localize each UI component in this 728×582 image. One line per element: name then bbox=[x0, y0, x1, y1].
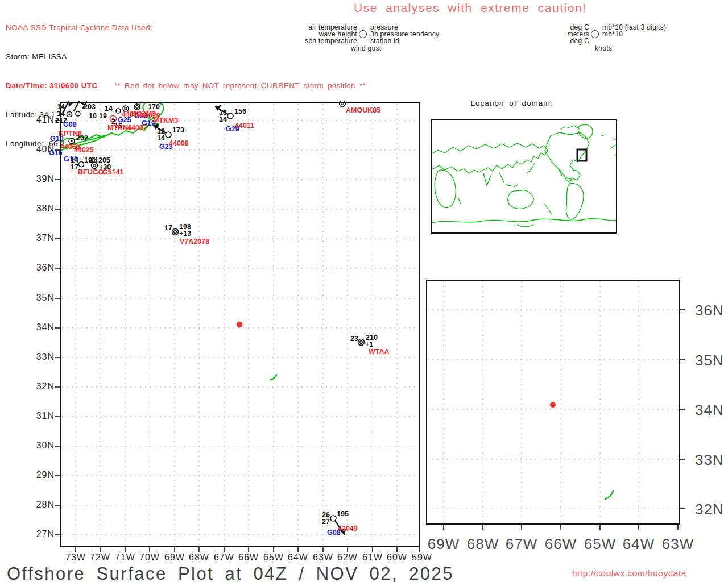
station-gust: G10 bbox=[50, 135, 64, 143]
cluster-station-id: 44097 bbox=[127, 124, 147, 132]
station-circle bbox=[116, 109, 121, 113]
units-circle-icon bbox=[591, 30, 599, 38]
lat-label: 34N bbox=[20, 322, 55, 332]
legend-mb10: mb*10 bbox=[602, 30, 623, 38]
world-coastlines bbox=[431, 124, 617, 226]
lon-label: 72W bbox=[88, 552, 113, 563]
lon-label: 60W bbox=[384, 552, 410, 563]
station-wtaa: 23 210 +1 WTAA bbox=[350, 334, 389, 356]
lat-label: 38N bbox=[20, 203, 55, 214]
station-id: AMOUK85 bbox=[346, 106, 380, 114]
station-pressure: 202 bbox=[76, 134, 88, 142]
station-sea-temp: 17 bbox=[71, 163, 78, 171]
station-circle bbox=[134, 104, 140, 110]
lat-label: 40N bbox=[20, 144, 55, 155]
station-circle bbox=[76, 111, 80, 116]
lat-label: 33N bbox=[20, 352, 55, 362]
cluster-value: 203 bbox=[84, 103, 96, 111]
lat-label: 37N bbox=[20, 233, 55, 243]
station-circle bbox=[330, 516, 336, 521]
source-url: http://coolwx.com/buoydata bbox=[572, 568, 686, 579]
lat-label: 39N bbox=[20, 174, 55, 184]
station-circle bbox=[358, 339, 365, 346]
legend-knots: knots bbox=[595, 44, 612, 52]
lat-label: 29N bbox=[20, 470, 55, 480]
station-id: G5141 bbox=[102, 168, 124, 176]
storm-name-line: Storm: MELISSA bbox=[6, 52, 152, 61]
station-air-temp: 17 bbox=[164, 224, 172, 232]
station-sea-temp: 27 bbox=[322, 518, 330, 526]
lon-label: 70W bbox=[137, 552, 162, 563]
cluster-value: 14 bbox=[105, 105, 113, 113]
station-pressure: 156 bbox=[234, 107, 246, 115]
lat-label: 30N bbox=[20, 440, 55, 451]
zoom-lat-label: 33N bbox=[695, 451, 724, 469]
station-circle-icon bbox=[359, 30, 367, 38]
station-circle bbox=[172, 229, 179, 235]
zoom-lat-label: 36N bbox=[695, 302, 724, 319]
lon-label: 66W bbox=[236, 552, 261, 563]
zoom-lat-label: 34N bbox=[695, 401, 724, 419]
world-domain-inset bbox=[431, 119, 617, 234]
lon-label: 62W bbox=[335, 552, 360, 563]
station-pressure: 173 bbox=[172, 126, 184, 134]
station-id: V7A2078 bbox=[180, 238, 209, 246]
station-air-temp: 14 bbox=[90, 156, 98, 164]
lon-label: 61W bbox=[360, 552, 385, 563]
zoom-lon-label: 68W bbox=[463, 535, 503, 553]
lat-label: 28N bbox=[20, 500, 55, 510]
axis-ticks bbox=[55, 120, 419, 552]
station-id: 44011 bbox=[235, 122, 254, 130]
zoom-lon-label: 67W bbox=[502, 535, 541, 553]
zoom-lon-label: 63W bbox=[658, 535, 698, 553]
lon-label: 64W bbox=[286, 552, 311, 563]
zoom-lat-label: 32N bbox=[695, 501, 724, 518]
world-inset-border bbox=[432, 119, 617, 233]
station-circle bbox=[228, 113, 233, 119]
zoom-axis-ticks bbox=[444, 310, 685, 530]
station-id: 44025 bbox=[74, 146, 94, 154]
station-id: BFUGO bbox=[78, 168, 104, 176]
zoom-domain-inset bbox=[426, 280, 693, 535]
station-id: 41049 bbox=[338, 525, 358, 533]
bermuda-island bbox=[271, 375, 276, 380]
main-map: 14 203 14 170 14 212 10 19 2 15 G08 G25 … bbox=[46, 101, 427, 556]
zoom-lon-label: 64W bbox=[619, 535, 659, 553]
station-44008: 12 173 14 G23 44008 bbox=[154, 123, 189, 151]
lat-label: 32N bbox=[20, 381, 55, 392]
station-id: WTAA bbox=[369, 348, 390, 356]
lon-label: 63W bbox=[311, 552, 336, 563]
cluster-value: 19 bbox=[99, 112, 107, 120]
bermuda-island bbox=[606, 491, 613, 499]
plot-title: Offshore Surface Plot at 04Z / NOV 02, 2… bbox=[7, 564, 454, 582]
lon-label: 65W bbox=[261, 552, 286, 563]
storm-position-dot bbox=[237, 322, 243, 328]
cluster-value: 10 bbox=[89, 112, 97, 120]
station-v7a2078: 17 198 +13 V7A2078 bbox=[164, 223, 209, 246]
lon-label: 73W bbox=[63, 552, 88, 563]
station-tendency: +13 bbox=[179, 230, 191, 238]
legend-deg-c-sea: deg C bbox=[540, 37, 589, 45]
station-bfugo-g5141: 14 17 191 14 205 +30 BFUGO G5141 bbox=[71, 156, 123, 176]
offshore-surface-plot-page: NOAA SSD Tropical Cyclone Data Used: Sto… bbox=[0, 0, 728, 582]
station-pressure: 195 bbox=[337, 510, 349, 518]
station-dot bbox=[68, 113, 70, 115]
station-air-temp: 23 bbox=[350, 335, 358, 343]
storm-position-dot-zoom bbox=[550, 402, 556, 408]
station-sea-temp: 14 bbox=[219, 115, 227, 123]
zoom-lat-label: 35N bbox=[695, 352, 724, 369]
lon-label: 69W bbox=[162, 552, 187, 563]
station-sea-temp: 14 bbox=[157, 134, 165, 142]
lat-label: 31N bbox=[20, 411, 55, 421]
station-dot bbox=[71, 140, 72, 142]
cluster-gust: G08 bbox=[63, 120, 77, 128]
zoom-lon-label: 69W bbox=[424, 535, 464, 553]
zoom-lon-label: 66W bbox=[541, 535, 581, 553]
station-41049: 26 195 27 G08 41049 bbox=[322, 510, 358, 537]
legend-wind-gust: wind gust bbox=[351, 44, 381, 52]
lon-label: 59W bbox=[410, 552, 435, 563]
legend-sea-temperature: sea temperature bbox=[273, 37, 357, 45]
lon-label: 67W bbox=[212, 552, 237, 563]
station-id: 44008 bbox=[169, 139, 189, 147]
station-circle bbox=[166, 132, 171, 138]
